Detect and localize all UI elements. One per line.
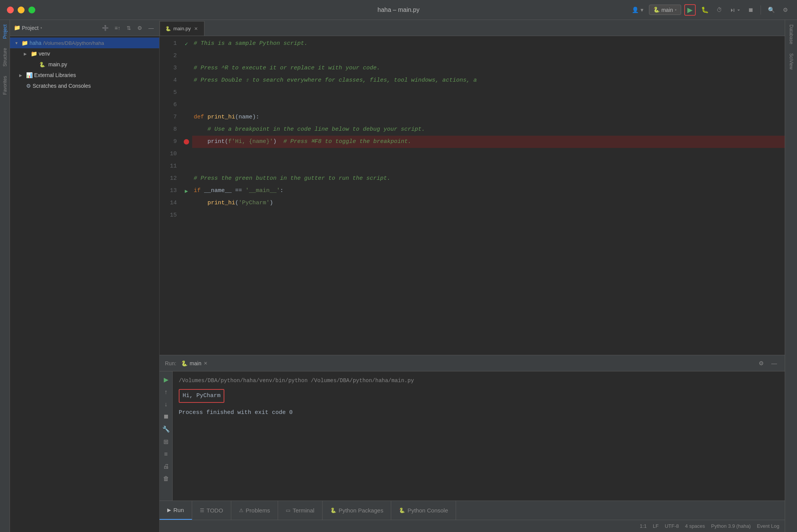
code-line-13: if __name__ == '__main__': [192, 185, 785, 197]
run-line-arrow: ▶ [185, 188, 188, 194]
code-line-14: print_hi('PyCharm') [192, 197, 785, 209]
tab-mainpy[interactable]: 🐍 main.py ✕ [160, 21, 204, 36]
tree-venv[interactable]: ▶ 📁 venv [10, 48, 159, 59]
breakpoint-indicator[interactable] [184, 139, 189, 144]
code-editor[interactable]: 1 2 3 4 5 6 7 8 9 10 11 12 13 14 15 [160, 36, 785, 355]
code-lines[interactable]: # This is a sample Python script. # Pres… [192, 36, 785, 355]
status-lf[interactable]: LF [653, 523, 659, 529]
maximize-button[interactable] [28, 7, 35, 13]
run-build-button[interactable]: 🔧 [161, 424, 171, 434]
run-output: /Volumes/DBA/python/haha/venv/bin/python… [173, 371, 785, 501]
more-run-button[interactable]: ⏯ ▾ [728, 5, 743, 15]
scratches-label: Scratches and Consoles [33, 83, 91, 89]
run-settings-button[interactable]: ⚙ [756, 358, 766, 368]
search-everywhere-button[interactable]: 🔍 [766, 5, 777, 15]
run-command: /Volumes/DBA/python/haha/venv/bin/python… [179, 375, 779, 386]
root-folder-name: haha [30, 40, 41, 46]
todo-tab-label: TODO [207, 507, 223, 514]
tree-scratches[interactable]: ⚙ Scratches and Consoles [10, 80, 159, 91]
editor-area: 🐍 main.py ✕ 1 2 3 4 5 6 7 8 9 10 [160, 20, 785, 532]
line-numbers: 1 2 3 4 5 6 7 8 9 10 11 12 13 14 15 [160, 36, 181, 355]
bottom-tab-run[interactable]: ▶ Run [160, 501, 192, 520]
run-tab-close[interactable]: ✕ [204, 361, 207, 366]
code-line-12: # Press the green button in the gutter t… [192, 172, 785, 185]
bottom-tab-problems[interactable]: ⚠ Problems [231, 501, 278, 520]
close-panel-button[interactable]: — [147, 24, 155, 32]
venv-label: venv [39, 51, 50, 57]
tab-close-button[interactable]: ✕ [193, 26, 199, 31]
status-python[interactable]: Python 3.9 (haha) [711, 523, 751, 529]
run-print-button[interactable]: 🖨 [161, 461, 171, 471]
sidebar-item-project[interactable]: Project [1, 20, 9, 43]
right-sidebar-sciview[interactable]: SciView [786, 49, 796, 74]
problems-tab-label: Problems [246, 507, 270, 514]
titlebar: haha – main.py 👤 ▾ 🐍 main ▾ ▶ 🐛 ⏱ ⏯ ▾ ⏹ … [0, 0, 797, 20]
gutter: ✓ ▶ [181, 36, 192, 355]
terminal-tab-label: Terminal [293, 507, 315, 514]
debug-button[interactable]: 🐛 [699, 5, 711, 15]
bottom-tab-todo[interactable]: ☰ TODO [192, 501, 231, 520]
collapse-all-button[interactable]: ≡↑ [113, 24, 122, 32]
python-packages-label: Python Packages [339, 507, 384, 514]
code-line-15 [192, 209, 785, 222]
tree-mainpy[interactable]: 🐍 main.py [10, 59, 159, 70]
settings-button[interactable]: ⚙ [781, 5, 790, 15]
sidebar-item-structure[interactable]: Structure [1, 43, 9, 71]
ext-lib-label: External Libraries [34, 72, 76, 78]
code-line-5 [192, 87, 785, 99]
python-console-icon: 🐍 [399, 507, 405, 513]
window-controls [7, 7, 35, 13]
project-panel-title: Project [22, 25, 39, 31]
run-list-button[interactable]: ≡ [163, 449, 169, 459]
close-button[interactable] [7, 7, 14, 13]
run-play-button[interactable]: ▶ [162, 374, 170, 385]
profile-button[interactable]: ⏱ [714, 5, 725, 15]
run-header: Run: 🐍 main ✕ ⚙ — [160, 355, 785, 371]
status-indent[interactable]: 4 spaces [685, 523, 705, 529]
bottom-tab-terminal[interactable]: ▭ Terminal [278, 501, 323, 520]
run-minimize-button[interactable]: — [769, 358, 779, 368]
code-line-8: # Use a breakpoint in the code line belo… [192, 123, 785, 136]
toolbar-right: 👤 ▾ 🐍 main ▾ ▶ 🐛 ⏱ ⏯ ▾ ⏹ 🔍 ⚙ [629, 4, 790, 16]
run-header-icons: ⚙ — [756, 358, 779, 368]
project-header: 📁 Project ▾ ➕ ≡↑ ⇅ ⚙ — [10, 20, 159, 36]
run-button[interactable]: ▶ [684, 4, 696, 16]
run-output-highlighted: Hi, PyCharm [179, 389, 224, 403]
tree-external-libraries[interactable]: ▶ 📊 External Libraries [10, 70, 159, 80]
git-button[interactable]: 👤 ▾ [629, 5, 646, 15]
bottom-tab-python-packages[interactable]: 🐍 Python Packages [323, 501, 392, 520]
right-sidebar-database[interactable]: Database [786, 20, 796, 49]
run-tab-icon: 🐍 [181, 360, 188, 366]
run-layout-button[interactable]: ⊞ [162, 437, 170, 447]
sidebar-item-favorites[interactable]: Favorites [1, 71, 9, 99]
stop-button[interactable]: ⏹ [746, 5, 756, 15]
panel-settings-button[interactable]: ⚙ [136, 24, 144, 32]
code-line-10 [192, 148, 785, 160]
code-line-6 [192, 99, 785, 111]
run-stop-button[interactable]: ⏹ [161, 412, 171, 422]
window-title: haha – main.py [377, 7, 419, 13]
minimize-button[interactable] [18, 7, 25, 13]
run-trash-button[interactable]: 🗑 [161, 474, 171, 484]
status-encoding[interactable]: UTF-8 [665, 523, 679, 529]
mainpy-label: main.py [48, 61, 67, 67]
venv-folder-icon: 📁 [31, 51, 37, 57]
filter-button[interactable]: ⇅ [125, 24, 133, 32]
run-down-button[interactable]: ↓ [163, 399, 169, 409]
bottom-tab-python-console[interactable]: 🐍 Python Console [391, 501, 456, 520]
problems-tab-icon: ⚠ [239, 507, 244, 513]
code-line-11 [192, 160, 785, 172]
status-event-log[interactable]: Event Log [757, 523, 779, 529]
run-up-button[interactable]: ↑ [163, 387, 169, 397]
run-config-name: main [661, 7, 673, 13]
tree-root[interactable]: ▼ 📁 haha /Volumes/DBA/python/haha [10, 38, 159, 48]
run-content: ▶ ↑ ↓ ⏹ 🔧 ⊞ ≡ 🖨 🗑 /Volumes/DBA/python/ha… [160, 371, 785, 501]
add-file-button[interactable]: ➕ [100, 24, 110, 32]
run-config-dropdown[interactable]: 🐍 main ▾ [649, 5, 681, 15]
code-line-2 [192, 50, 785, 62]
code-line-3: # Press ^R to execute it or replace it w… [192, 62, 785, 74]
project-dropdown[interactable]: 📁 Project ▾ [14, 25, 43, 31]
run-tab-main[interactable]: 🐍 main ✕ [181, 360, 207, 366]
run-left-tools: ▶ ↑ ↓ ⏹ 🔧 ⊞ ≡ 🖨 🗑 [160, 371, 173, 501]
status-position[interactable]: 1:1 [640, 523, 647, 529]
